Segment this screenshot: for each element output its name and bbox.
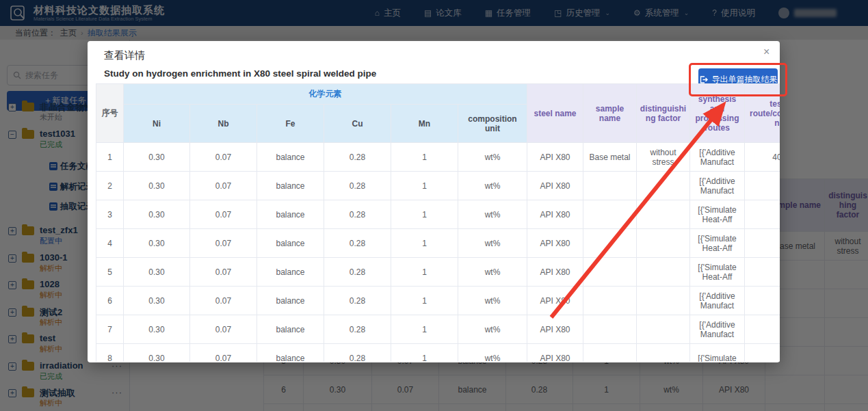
table-cell: API X80	[527, 287, 583, 315]
detail-modal: 查看详情 × Study on hydrogen enrichment in X…	[88, 41, 780, 362]
col-header: synthesis and processing routes	[690, 84, 745, 143]
table-cell	[583, 229, 637, 258]
col-header: Mn	[391, 105, 458, 143]
table-cell	[637, 258, 690, 287]
table-cell: 0.28	[324, 229, 391, 258]
table-cell: [{'Additive Manufact	[690, 315, 745, 344]
table-cell: wt%	[458, 287, 527, 315]
table-cell	[745, 229, 780, 258]
table-cell: [{'Simulate Heat-Aff	[690, 200, 745, 229]
table-cell: 0.07	[190, 344, 257, 362]
table-cell	[745, 172, 780, 200]
col-header: Fe	[257, 105, 324, 143]
table-cell: 0.07	[190, 143, 257, 172]
table-cell: [{'Simulate	[690, 344, 745, 362]
table-cell: 0.28	[324, 143, 391, 172]
table-cell	[583, 287, 637, 315]
table-cell: 0.28	[324, 258, 391, 287]
modal-title: 查看详情	[104, 49, 145, 62]
table-cell: wt%	[458, 315, 527, 344]
table-cell: API X80	[527, 258, 583, 287]
table-cell: 1	[96, 143, 124, 172]
table-cell: 6	[96, 287, 124, 315]
table-cell: balance	[257, 143, 324, 172]
table-cell: 0.07	[190, 315, 257, 344]
col-header: distinguishing factor	[637, 84, 690, 143]
table-cell: 0.07	[190, 172, 257, 200]
table-cell: 0.28	[324, 200, 391, 229]
group-header-chemical-elements: 化学元素	[124, 84, 527, 105]
table-cell: 1	[391, 315, 458, 344]
table-cell: balance	[257, 172, 324, 200]
table-cell	[583, 200, 637, 229]
table-cell: 0.30	[124, 287, 190, 315]
table-cell: 4	[96, 229, 124, 258]
table-cell: 0.30	[124, 258, 190, 287]
table-cell: 0.07	[190, 200, 257, 229]
table-row: 80.300.07balance0.281wt%API X80[{'Simula…	[96, 344, 780, 362]
table-cell: balance	[257, 229, 324, 258]
table-cell: 1	[391, 258, 458, 287]
table-cell	[745, 200, 780, 229]
table-cell: 1	[391, 172, 458, 200]
table-cell	[745, 287, 780, 315]
table-cell: balance	[257, 258, 324, 287]
table-cell: balance	[257, 344, 324, 362]
table-cell: API X80	[527, 172, 583, 200]
table-cell	[637, 229, 690, 258]
table-row: 40.300.07balance0.281wt%API X80[{'Simula…	[96, 229, 780, 258]
table-cell	[583, 172, 637, 200]
table-cell: 5	[96, 258, 124, 287]
table-cell	[745, 258, 780, 287]
table-row: 30.300.07balance0.281wt%API X80[{'Simula…	[96, 200, 780, 229]
table-cell	[745, 344, 780, 362]
table-cell	[637, 315, 690, 344]
table-cell: 1	[391, 287, 458, 315]
table-cell: API X80	[527, 229, 583, 258]
table-cell	[637, 287, 690, 315]
table-cell: 0.28	[324, 172, 391, 200]
table-cell: 7	[96, 315, 124, 344]
table-cell: [{'Additive Manufact	[690, 143, 745, 172]
table-cell: 0.30	[124, 315, 190, 344]
table-cell: 0.28	[324, 344, 391, 362]
table-row: 70.300.07balance0.281wt%API X80[{'Additi…	[96, 315, 780, 344]
table-cell: API X80	[527, 315, 583, 344]
table-cell: balance	[257, 287, 324, 315]
col-header: Cu	[324, 105, 391, 143]
table-cell: 40	[745, 143, 780, 172]
table-cell: 0.07	[190, 258, 257, 287]
table-cell: balance	[257, 200, 324, 229]
table-cell: [{'Additive Manufact	[690, 287, 745, 315]
table-cell: 8	[96, 344, 124, 362]
table-cell: 1	[391, 229, 458, 258]
col-header: steel name	[527, 84, 583, 143]
table-row: 60.300.07balance0.281wt%API X80[{'Additi…	[96, 287, 780, 315]
extraction-table[interactable]: 序号化学元素steel namesample namedistinguishin…	[96, 83, 780, 362]
table-cell: API X80	[527, 200, 583, 229]
table-cell	[745, 315, 780, 344]
table-cell: 0.30	[124, 200, 190, 229]
table-row: 20.300.07balance0.281wt%API X80[{'Additi…	[96, 172, 780, 200]
table-cell: wt%	[458, 200, 527, 229]
table-cell	[583, 258, 637, 287]
table-cell	[637, 200, 690, 229]
table-cell: wt%	[458, 229, 527, 258]
table-cell: [{'Additive Manufact	[690, 172, 745, 200]
table-cell: 1	[391, 143, 458, 172]
table-cell: 2	[96, 172, 124, 200]
table-cell: API X80	[527, 344, 583, 362]
table-cell: 0.30	[124, 229, 190, 258]
table-cell: wt%	[458, 143, 527, 172]
close-icon[interactable]: ×	[763, 47, 770, 57]
col-header: Ni	[124, 105, 190, 143]
col-header: test route/condition	[745, 84, 780, 143]
table-cell	[583, 344, 637, 362]
table-cell: API X80	[527, 143, 583, 172]
table-row: 50.300.07balance0.281wt%API X80[{'Simula…	[96, 258, 780, 287]
col-header: Nb	[190, 105, 257, 143]
table-cell: 0.30	[124, 172, 190, 200]
table-cell: Base metal	[583, 143, 637, 172]
table-cell: 0.28	[324, 287, 391, 315]
table-cell	[637, 344, 690, 362]
